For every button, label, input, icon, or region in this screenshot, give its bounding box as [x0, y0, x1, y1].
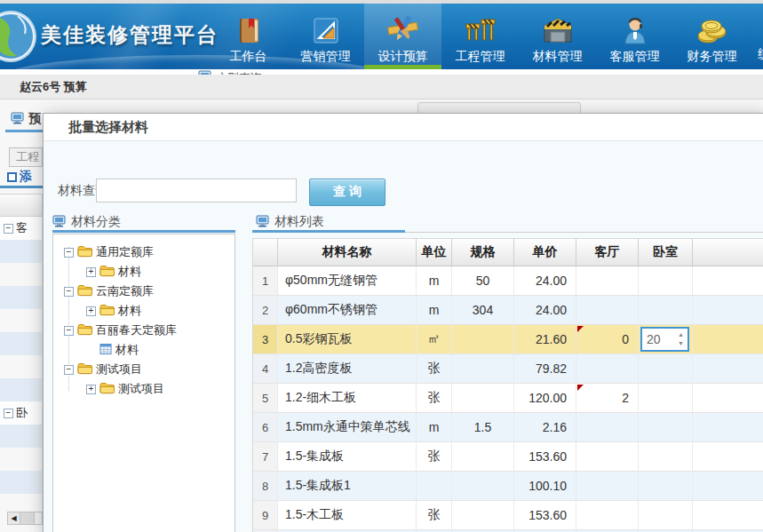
- background-grid-rows: −客−卧: [0, 217, 43, 517]
- cell-spec: [452, 442, 514, 472]
- column-header-2[interactable]: 单位: [417, 238, 452, 266]
- bedroom-quantity-input[interactable]: [642, 329, 674, 350]
- cell-living-room[interactable]: 2: [576, 384, 639, 413]
- table-row[interactable]: 51.2-细木工板张120.002: [253, 384, 763, 413]
- cell-bedroom[interactable]: [639, 472, 693, 501]
- cell-unit: [417, 472, 452, 501]
- horizontal-scrollbar[interactable]: ◀: [7, 512, 43, 525]
- nav-item-1[interactable]: 工作台: [210, 4, 287, 69]
- folder-icon: [77, 284, 92, 299]
- background-tab-budget[interactable]: 预: [11, 111, 41, 127]
- edited-cell-marker: [577, 385, 584, 391]
- tree-item-6[interactable]: 材料: [53, 340, 234, 360]
- background-button-partial[interactable]: 工程: [9, 147, 43, 167]
- material-search-input[interactable]: [96, 179, 297, 202]
- tree-item-4[interactable]: +材料: [53, 301, 234, 321]
- table-row[interactable]: 2φ60mm不锈钢管m30424.00: [253, 296, 763, 325]
- cell-living-room[interactable]: [576, 296, 639, 325]
- nav-item-6[interactable]: 客服管理: [596, 4, 673, 69]
- column-header-6[interactable]: 卧室: [639, 238, 693, 266]
- cell-unit: 张: [417, 354, 452, 384]
- expand-icon[interactable]: +: [86, 306, 96, 316]
- table-row[interactable]: 71.5-集成板张153.60: [253, 442, 763, 472]
- table-row[interactable]: 1φ50mm无缝钢管m5024.00: [253, 266, 763, 296]
- cell-living-room[interactable]: [576, 501, 639, 530]
- column-header-4[interactable]: 单价: [514, 238, 576, 266]
- cell-living-room[interactable]: [576, 266, 639, 296]
- cell-bedroom[interactable]: [639, 442, 693, 472]
- nav-item-5[interactable]: 材料管理: [519, 4, 596, 69]
- collapse-icon[interactable]: −: [64, 326, 74, 336]
- cell-spec: 1.5: [452, 413, 514, 442]
- table-row[interactable]: 61.5mm永通中策单芯线m1.52.16: [253, 413, 763, 442]
- cell-unit-price: 100.10: [514, 472, 576, 501]
- material-table: 材料名称单位规格单价客厅卧室 1φ50mm无缝钢管m5024.002φ60mm不…: [252, 238, 763, 532]
- bedroom-quantity-spinner[interactable]: ▲▼: [640, 327, 689, 352]
- scroll-left-arrow-icon[interactable]: ◀: [8, 512, 20, 524]
- nav-item-2[interactable]: 营销管理: [287, 4, 364, 69]
- spinner-down-icon[interactable]: ▼: [678, 341, 684, 346]
- cell-bedroom[interactable]: [639, 501, 693, 530]
- folder-icon: [99, 265, 115, 280]
- collapse-icon[interactable]: −: [64, 365, 74, 375]
- cell-living-room[interactable]: 0: [576, 325, 639, 354]
- cell-living-room[interactable]: [576, 354, 639, 384]
- cell-bedroom[interactable]: [639, 354, 693, 384]
- nav-item-label: 营销管理: [301, 49, 351, 65]
- finance-icon: [695, 12, 730, 46]
- scrollbar-thumb[interactable]: [20, 512, 35, 524]
- tree-item-2[interactable]: +材料: [53, 262, 234, 282]
- column-header-1[interactable]: 材料名称: [278, 238, 417, 266]
- background-tab-add[interactable]: 添: [7, 169, 32, 185]
- cell-row-number: 8: [253, 472, 278, 501]
- spinner-up-icon[interactable]: ▲: [678, 332, 684, 337]
- list-header-underline: [252, 230, 405, 233]
- tree-item-3[interactable]: −云南定额库: [53, 282, 234, 301]
- tree-item-1[interactable]: −通用定额库: [53, 242, 234, 262]
- collapse-icon[interactable]: −: [64, 287, 74, 297]
- cell-material-name: 1.2高密度板: [278, 354, 417, 384]
- breadcrumb: 赵云6号 预算: [0, 75, 763, 99]
- background-grid-row: [0, 425, 43, 448]
- cell-bedroom[interactable]: [639, 296, 693, 325]
- table-row[interactable]: 41.2高密度板张79.82: [253, 354, 763, 384]
- collapse-icon[interactable]: −: [4, 224, 13, 234]
- collapse-icon[interactable]: −: [64, 248, 74, 258]
- table-row[interactable]: 81.5-集成板1100.10: [253, 472, 763, 501]
- cell-bedroom[interactable]: [639, 413, 693, 442]
- cell-extra: [693, 472, 763, 501]
- cell-living-room[interactable]: [576, 442, 639, 472]
- nav-item-4[interactable]: 工程管理: [441, 4, 519, 69]
- expand-icon[interactable]: +: [86, 385, 96, 394]
- background-grid-row: [0, 378, 43, 401]
- search-button[interactable]: 查 询: [309, 179, 385, 206]
- cell-bedroom[interactable]: [639, 384, 693, 413]
- cell-bedroom[interactable]: [639, 266, 693, 296]
- marketing-icon: [309, 12, 343, 46]
- column-header-3[interactable]: 规格: [452, 238, 514, 266]
- nav-item-7[interactable]: 财务管理: [673, 4, 751, 69]
- table-row[interactable]: 91.5-木工板张153.60: [253, 501, 763, 530]
- background-grid-row: [0, 448, 43, 471]
- table-row[interactable]: 30.5彩钢瓦板㎡21.600▲▼: [253, 325, 763, 354]
- tree-item-8[interactable]: +测试项目: [53, 379, 234, 399]
- folder-icon: [99, 382, 115, 397]
- nav-item-3[interactable]: 设计预算: [364, 4, 441, 69]
- cell-bedroom[interactable]: ▲▼: [639, 325, 693, 354]
- tree-item-5[interactable]: −百丽春天定额库: [53, 321, 234, 340]
- cell-living-room[interactable]: [576, 472, 639, 501]
- cell-living-room[interactable]: [576, 413, 639, 442]
- material-list-title: 材料列表: [274, 214, 324, 230]
- folder-icon: [77, 323, 92, 338]
- cell-extra: [693, 384, 763, 413]
- tree-item-7[interactable]: −测试项目: [53, 360, 234, 379]
- column-header-5[interactable]: 客厅: [576, 238, 639, 266]
- expand-icon[interactable]: +: [86, 267, 96, 277]
- nav-item-label: 工作台: [230, 49, 267, 65]
- cell-extra: [693, 442, 763, 472]
- table-header-row: 材料名称单位规格单价客厅卧室: [253, 238, 763, 266]
- cell-row-number: 1: [253, 266, 278, 296]
- cell-spec: 50: [452, 266, 514, 296]
- collapse-icon[interactable]: −: [4, 409, 13, 418]
- nav-overflow-partial[interactable]: 统: [758, 46, 763, 62]
